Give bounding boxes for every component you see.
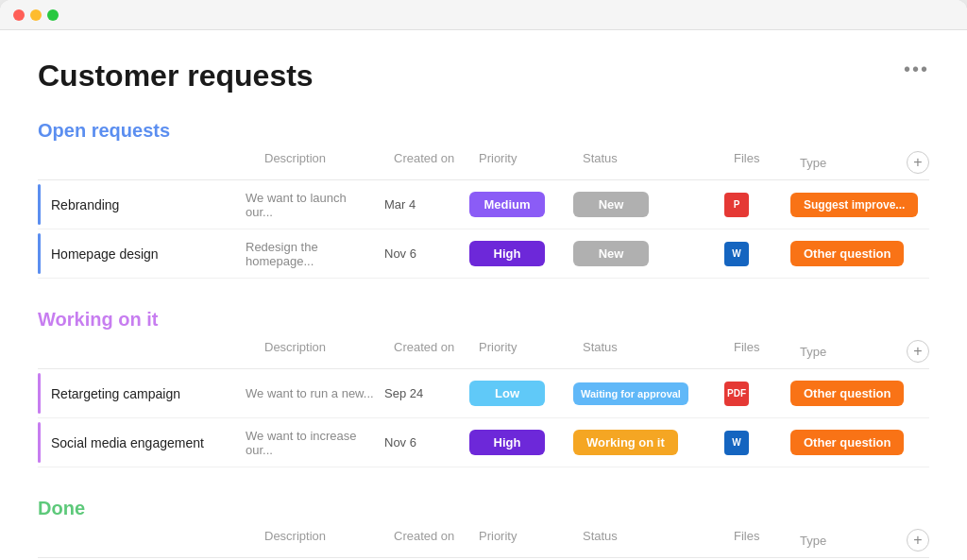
row-description: We want to launch our... — [246, 191, 384, 219]
status-cell: Working on it — [573, 430, 724, 455]
main-content: Customer requests ••• Open requestsDescr… — [0, 30, 967, 560]
row-description: We want to run a new... — [246, 386, 384, 400]
app-window: Customer requests ••• Open requestsDescr… — [0, 0, 967, 560]
col-header-4: Status — [583, 529, 734, 552]
col-header-3: Priority — [479, 151, 583, 174]
files-cell: W — [724, 431, 790, 455]
row-date: Nov 6 — [384, 435, 469, 450]
col-header-type-label: Type — [800, 534, 826, 548]
col-header-3: Priority — [479, 529, 583, 552]
status-badge: New — [573, 192, 649, 217]
col-header-1: Description — [264, 151, 394, 174]
section-header-open: Open requestsDescriptionCreated onPriori… — [38, 120, 929, 180]
file-icon-pdf[interactable]: P — [724, 193, 749, 217]
section-title-working: Working on it — [38, 309, 158, 331]
table-header-open: DescriptionCreated onPriorityStatusFiles… — [38, 147, 929, 180]
section-working: Working on itDescriptionCreated onPriori… — [38, 309, 929, 467]
status-cell: Waiting for approval — [573, 382, 724, 405]
type-badge: Other question — [790, 381, 904, 406]
status-badge: New — [573, 241, 649, 266]
type-badge: Other question — [790, 241, 904, 266]
priority-cell: Medium — [469, 192, 573, 217]
priority-badge: High — [469, 241, 545, 266]
col-header-0 — [57, 529, 264, 552]
sections-container: Open requestsDescriptionCreated onPriori… — [38, 120, 929, 560]
status-badge: Waiting for approval — [573, 382, 688, 405]
type-cell: Suggest improve... — [790, 193, 929, 217]
file-icon-word[interactable]: W — [724, 242, 749, 266]
traffic-lights — [13, 9, 59, 21]
file-icon-pdf[interactable]: PDF — [724, 382, 749, 406]
col-header-6: Type+ — [800, 340, 929, 363]
page-header: Customer requests ••• — [38, 59, 929, 93]
col-header-6: Type+ — [800, 529, 929, 552]
files-cell: PDF — [724, 382, 790, 406]
row-name: Social media engagement — [38, 435, 246, 450]
maximize-button[interactable] — [47, 9, 59, 21]
priority-badge: Low — [469, 381, 545, 406]
table-row[interactable]: RebrandingWe want to launch our...Mar 4M… — [38, 180, 929, 229]
col-header-2: Created on — [394, 151, 479, 174]
row-description: Redesign the homepage... — [246, 240, 384, 268]
section-header-working: Working on itDescriptionCreated onPriori… — [38, 309, 929, 369]
section-title-done: Done — [38, 498, 85, 519]
col-header-2: Created on — [394, 340, 479, 363]
col-header-type-label: Type — [800, 345, 826, 359]
file-icon-word[interactable]: W — [724, 431, 749, 455]
col-header-4: Status — [583, 151, 734, 174]
row-name: Homepage design — [38, 246, 246, 262]
col-header-3: Priority — [479, 340, 583, 363]
section-done: DoneDescriptionCreated onPriorityStatusF… — [38, 498, 929, 560]
more-options-button[interactable]: ••• — [904, 59, 929, 80]
status-badge: Working on it — [573, 430, 678, 455]
files-cell: W — [724, 242, 790, 266]
col-header-1: Description — [264, 529, 394, 552]
titlebar — [0, 0, 967, 30]
col-header-6: Type+ — [800, 151, 929, 174]
row-date: Nov 6 — [384, 246, 469, 261]
add-button-done[interactable]: + — [907, 529, 929, 552]
type-badge: Suggest improve... — [790, 193, 918, 217]
status-cell: New — [573, 192, 724, 217]
col-header-4: Status — [583, 340, 734, 363]
col-header-0 — [57, 340, 264, 363]
col-header-5: Files — [734, 151, 800, 174]
col-header-5: Files — [734, 529, 800, 552]
table-header-done: DescriptionCreated onPriorityStatusFiles… — [38, 525, 929, 558]
section-open: Open requestsDescriptionCreated onPriori… — [38, 120, 929, 279]
row-name: Retargeting campaign — [38, 386, 246, 401]
type-cell: Other question — [790, 241, 929, 266]
table-row[interactable]: Retargeting campaignWe want to run a new… — [38, 369, 929, 418]
row-description: We want to increase our... — [246, 429, 384, 457]
priority-badge: Medium — [469, 192, 545, 217]
close-button[interactable] — [13, 9, 25, 21]
row-date: Mar 4 — [384, 197, 469, 212]
col-header-1: Description — [264, 340, 394, 363]
table-row[interactable]: Social media engagementWe want to increa… — [38, 418, 929, 467]
row-date: Sep 24 — [384, 386, 469, 400]
type-badge: Other question — [790, 430, 904, 455]
priority-cell: High — [469, 430, 573, 455]
page-title: Customer requests — [38, 59, 314, 93]
add-button-working[interactable]: + — [907, 340, 929, 363]
minimize-button[interactable] — [30, 9, 42, 21]
section-title-open: Open requests — [38, 120, 170, 142]
row-name: Rebranding — [38, 197, 246, 212]
type-cell: Other question — [790, 430, 929, 455]
col-header-2: Created on — [394, 529, 479, 552]
col-header-5: Files — [734, 340, 800, 363]
files-cell: P — [724, 193, 790, 217]
priority-badge: High — [469, 430, 545, 455]
col-header-0 — [57, 151, 264, 174]
add-button-open[interactable]: + — [907, 151, 929, 174]
status-cell: New — [573, 241, 724, 266]
col-header-type-label: Type — [800, 156, 826, 170]
table-row[interactable]: Homepage designRedesign the homepage...N… — [38, 229, 929, 279]
priority-cell: Low — [469, 381, 573, 406]
section-header-done: DoneDescriptionCreated onPriorityStatusF… — [38, 498, 929, 558]
priority-cell: High — [469, 241, 573, 266]
table-header-working: DescriptionCreated onPriorityStatusFiles… — [38, 336, 929, 369]
type-cell: Other question — [790, 381, 929, 406]
